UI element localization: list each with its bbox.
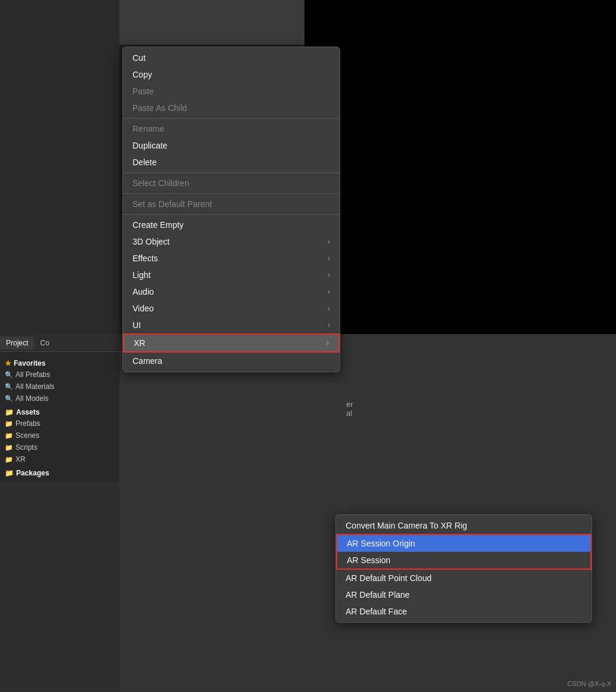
context-menu: CutCopyPastePaste As ChildRenameDuplicat… (122, 47, 340, 372)
submenu-item-ar-default-plane[interactable]: AR Default Plane (336, 586, 592, 603)
folder-icon-xr: 📁 (5, 456, 13, 464)
menu-item-label: Copy (133, 70, 152, 79)
xr-submenu: Convert Main Camera To XR RigAR Session … (335, 514, 592, 623)
favorites-label: Favorites (14, 359, 45, 367)
menu-item-label: Duplicate (133, 141, 167, 150)
menu-item-select-children: Select Children (123, 175, 340, 191)
menu-item-rename: Rename (123, 121, 340, 137)
menu-item-copy[interactable]: Copy (123, 66, 340, 83)
submenu-arrow-icon: › (327, 339, 329, 347)
packages-label: Packages (16, 469, 49, 477)
sidebar-item-all-materials[interactable]: 🔍 All Materials (0, 381, 119, 393)
all-materials-label: All Materials (16, 382, 54, 391)
menu-item-label: Paste As Child (133, 103, 187, 113)
submenu-arrow-icon: › (328, 254, 330, 262)
menu-item-light[interactable]: Light› (123, 267, 340, 283)
menu-item-xr[interactable]: XR› (123, 333, 340, 353)
sidebar-section-favorites: ★ Favorites (0, 356, 119, 369)
menu-divider (123, 214, 340, 215)
prefabs-label: Prefabs (16, 419, 40, 428)
all-prefabs-label: All Prefabs (16, 370, 50, 379)
menu-item-paste-as-child: Paste As Child (123, 100, 340, 116)
sidebar: ★ Favorites 🔍 All Prefabs 🔍 All Material… (0, 352, 119, 482)
menu-item-label: Select Children (133, 178, 189, 188)
menu-item-duplicate[interactable]: Duplicate (123, 137, 340, 154)
menu-item-label: Cut (133, 53, 146, 63)
sidebar-section-assets: 📁 Assets (0, 404, 119, 418)
watermark: CSDN @X-q-X (567, 680, 611, 687)
menu-item-paste: Paste (123, 83, 340, 100)
submenu-item-ar-default-face[interactable]: AR Default Face (336, 603, 592, 620)
search-icon-models: 🔍 (5, 395, 13, 403)
folder-icon-assets: 📁 (5, 408, 14, 416)
tab-co[interactable]: Co (34, 336, 55, 350)
submenu-arrow-icon: › (328, 304, 330, 313)
right-panel-line1: er (346, 400, 353, 409)
submenu-item-ar-default-point-cloud[interactable]: AR Default Point Cloud (336, 570, 592, 586)
right-panel-content: er al (346, 400, 353, 418)
folder-icon-scripts: 📁 (5, 444, 13, 452)
tab-project[interactable]: Project (0, 336, 34, 350)
submenu-item-convert-camera[interactable]: Convert Main Camera To XR Rig (336, 517, 592, 534)
menu-item-effects[interactable]: Effects› (123, 250, 340, 267)
all-models-label: All Models (16, 394, 48, 403)
menu-item-label: XR (134, 338, 145, 348)
sidebar-item-scenes[interactable]: 📁 Scenes (0, 430, 119, 441)
menu-item-label: Create Empty (133, 220, 184, 230)
menu-item-label: Effects (133, 254, 158, 263)
right-panel-line2: al (346, 409, 353, 418)
menu-item-label: Audio (133, 287, 154, 296)
folder-icon-prefabs: 📁 (5, 420, 13, 428)
menu-item-video[interactable]: Video› (123, 300, 340, 317)
menu-item-ui[interactable]: UI› (123, 317, 340, 333)
menu-item-delete[interactable]: Delete (123, 154, 340, 171)
menu-item-label: Delete (133, 157, 156, 167)
menu-item-audio[interactable]: Audio› (123, 283, 340, 300)
sidebar-item-xr[interactable]: 📁 XR (0, 453, 119, 465)
search-icon-materials: 🔍 (5, 383, 13, 391)
submenu-item-ar-session[interactable]: AR Session (337, 552, 590, 569)
menu-divider (123, 193, 340, 194)
star-icon: ★ (5, 359, 11, 367)
submenu-arrow-icon: › (328, 237, 330, 246)
submenu-item-ar-session-origin[interactable]: AR Session Origin (337, 535, 590, 552)
sidebar-item-all-prefabs[interactable]: 🔍 All Prefabs (0, 369, 119, 381)
black-viewport (304, 0, 616, 334)
menu-divider (123, 118, 340, 119)
folder-icon-scenes: 📁 (5, 432, 13, 440)
menu-item-label: UI (133, 320, 141, 330)
folder-icon-packages: 📁 (5, 469, 14, 477)
submenu-arrow-icon: › (328, 288, 330, 296)
scenes-label: Scenes (16, 431, 39, 440)
ar-session-group: AR Session OriginAR Session (336, 534, 592, 570)
menu-item-camera[interactable]: Camera (123, 353, 340, 369)
left-panel-bg (0, 0, 119, 334)
submenu-arrow-icon: › (328, 321, 330, 329)
menu-item-label: Rename (133, 124, 164, 134)
menu-item-cut[interactable]: Cut (123, 50, 340, 66)
menu-item-set-as-default-parent: Set as Default Parent (123, 196, 340, 212)
assets-label: Assets (16, 408, 39, 416)
sidebar-item-prefabs[interactable]: 📁 Prefabs (0, 418, 119, 430)
menu-item-label: Video (133, 304, 154, 313)
menu-item-label: 3D Object (133, 237, 170, 246)
project-tabs: Project Co (0, 334, 125, 352)
xr-label: XR (16, 455, 26, 464)
search-icon-prefabs: 🔍 (5, 371, 13, 379)
menu-item-label: Light (133, 270, 150, 280)
bottom-right-bg (119, 334, 616, 692)
menu-item-create-empty[interactable]: Create Empty (123, 217, 340, 233)
menu-item-label: Paste (133, 86, 154, 96)
menu-item-3d-object[interactable]: 3D Object› (123, 233, 340, 250)
menu-item-label: Camera (133, 356, 162, 366)
scripts-label: Scripts (16, 443, 38, 452)
menu-divider (123, 172, 340, 173)
sidebar-section-packages: 📁 Packages (0, 465, 119, 478)
menu-item-label: Set as Default Parent (133, 199, 212, 209)
sidebar-item-scripts[interactable]: 📁 Scripts (0, 441, 119, 453)
sidebar-item-all-models[interactable]: 🔍 All Models (0, 393, 119, 404)
submenu-arrow-icon: › (328, 271, 330, 279)
